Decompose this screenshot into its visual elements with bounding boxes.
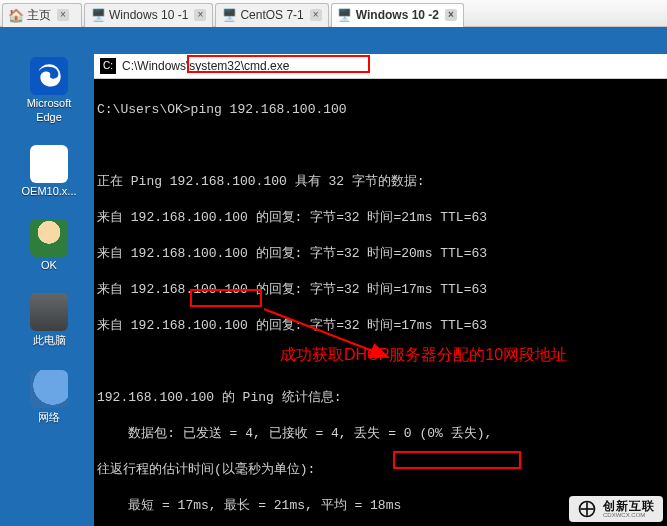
vm-tabbar: 🏠 主页 × 🖥️ Windows 10 -1 × 🖥️ CentOS 7-1 …: [0, 0, 667, 27]
watermark-text-big: 创新互联: [603, 500, 655, 512]
desktop-icon-label: OK: [41, 259, 57, 271]
desktop-icon-thispc[interactable]: 此电脑: [20, 293, 78, 348]
watermark-icon: [577, 499, 597, 519]
tab-home-label: 主页: [27, 7, 51, 24]
monitor-icon: 🖥️: [338, 8, 352, 22]
cmd-line: [97, 137, 664, 155]
cmd-line: 来自 192.168.100.100 的回复: 字节=32 时间=21ms TT…: [97, 209, 664, 227]
edge-glyph: [35, 62, 63, 90]
annotation-text: 成功获取DHCP服务器分配的10网段地址: [280, 345, 567, 366]
desktop-icon-label: Microsoft: [27, 97, 72, 109]
desktop-stage: Microsoft Edge OEM10.x... OK 此电脑 网络 C: C…: [0, 27, 667, 526]
desktop-icon-network[interactable]: 网络: [20, 370, 78, 425]
monitor-icon: 🖥️: [91, 8, 105, 22]
desktop-icon-label: OEM10.x...: [21, 185, 76, 197]
desktop-icon-edge[interactable]: Microsoft Edge: [20, 57, 78, 123]
cmd-titlebar[interactable]: C: C:\Windows\system32\cmd.exe: [94, 54, 667, 79]
user-folder-icon: [30, 219, 68, 257]
cmd-body[interactable]: C:\Users\OK>ping 192.168.100.100 正在 Ping…: [94, 79, 667, 526]
file-icon: [30, 145, 68, 183]
home-icon: 🏠: [9, 8, 23, 22]
tab-home[interactable]: 🏠 主页 ×: [2, 3, 82, 27]
tab-label: CentOS 7-1: [240, 8, 303, 22]
tab-home-close[interactable]: ×: [57, 9, 69, 21]
cmd-line: 数据包: 已发送 = 4, 已接收 = 4, 丢失 = 0 (0% 丢失),: [97, 425, 664, 443]
cmd-window[interactable]: C: C:\Windows\system32\cmd.exe C:\Users\…: [94, 54, 667, 526]
watermark: 创新互联 CDXWCX.COM: [569, 496, 663, 522]
desktop-icon-label: 网络: [38, 410, 60, 425]
desktop-icon-oem[interactable]: OEM10.x...: [20, 145, 78, 197]
tab-win10-2[interactable]: 🖥️ Windows 10 -2 ×: [331, 3, 464, 27]
tab-label: Windows 10 -2: [356, 8, 439, 22]
desktop-icon-ok[interactable]: OK: [20, 219, 78, 271]
monitor-icon: 🖥️: [222, 8, 236, 22]
tab-close[interactable]: ×: [445, 9, 457, 21]
tab-close[interactable]: ×: [310, 9, 322, 21]
tab-close[interactable]: ×: [194, 9, 206, 21]
desktop-icon-label: 此电脑: [33, 333, 66, 348]
this-pc-icon: [30, 293, 68, 331]
tab-centos7-1[interactable]: 🖥️ CentOS 7-1 ×: [215, 3, 328, 27]
cmd-icon: C:: [100, 58, 116, 74]
network-icon: [30, 370, 68, 408]
cmd-line: 正在 Ping 192.168.100.100 具有 32 字节的数据:: [97, 173, 664, 191]
cmd-line: 往返行程的估计时间(以毫秒为单位):: [97, 461, 664, 479]
desktop-icon-label: Edge: [36, 111, 62, 123]
desktop-icons-column: Microsoft Edge OEM10.x... OK 此电脑 网络: [18, 57, 80, 425]
edge-icon: [30, 57, 68, 95]
cmd-title-text: C:\Windows\system32\cmd.exe: [122, 57, 289, 75]
tab-win10-1[interactable]: 🖥️ Windows 10 -1 ×: [84, 3, 213, 27]
watermark-text-small: CDXWCX.COM: [603, 512, 655, 518]
cmd-line: C:\Users\OK>ping 192.168.100.100: [97, 101, 664, 119]
cmd-line: 来自 192.168.100.100 的回复: 字节=32 时间=17ms TT…: [97, 281, 664, 299]
tab-label: Windows 10 -1: [109, 8, 188, 22]
cmd-line: 来自 192.168.100.100 的回复: 字节=32 时间=20ms TT…: [97, 245, 664, 263]
cmd-line: 192.168.100.100 的 Ping 统计信息:: [97, 389, 664, 407]
